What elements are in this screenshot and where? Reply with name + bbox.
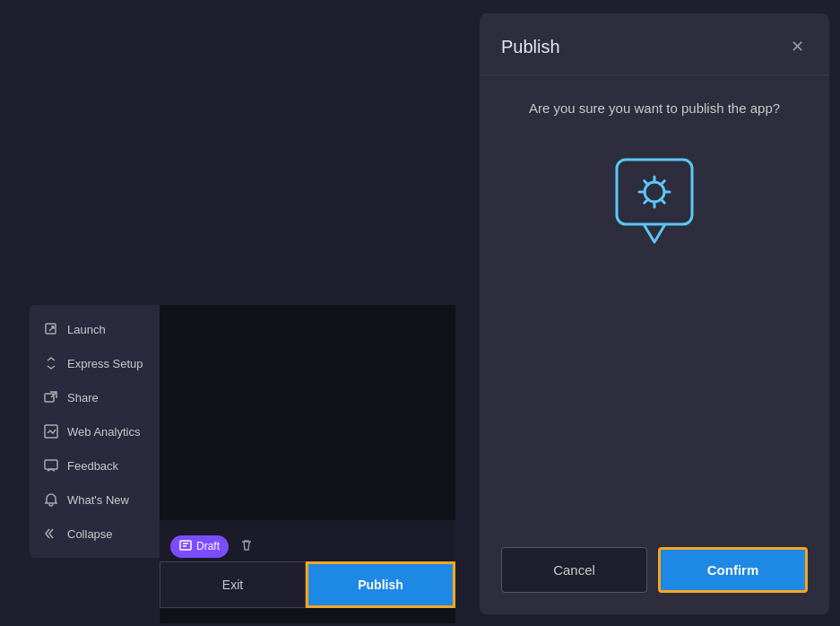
sidebar-item-share-label: Share [67,391,99,404]
svg-line-14 [661,181,664,185]
modal-header: Publish ✕ [480,13,829,75]
svg-line-13 [645,199,648,203]
draft-label: Draft [196,540,220,552]
modal-title: Publish [501,37,560,57]
action-buttons-bar: Exit Publish [160,561,455,608]
svg-rect-3 [45,460,57,469]
sort-icon [44,356,58,370]
analytics-icon [44,424,58,439]
sidebar-item-express-setup-label: Express Setup [67,357,143,370]
share-icon [44,390,58,404]
modal-footer: Cancel Confirm [480,533,829,614]
svg-line-11 [645,181,648,185]
modal-question: Are you sure you want to publish the app… [501,100,808,116]
launch-icon [44,322,58,336]
modal-body: Are you sure you want to publish the app… [480,75,829,533]
modal-close-button[interactable]: ✕ [787,33,808,60]
sidebar-item-express-setup[interactable]: Express Setup [30,346,160,380]
sidebar-item-feedback-label: Feedback [67,459,118,473]
svg-rect-1 [45,394,54,402]
sidebar-item-collapse[interactable]: Collapse [30,517,160,551]
sidebar-item-whats-new-label: What's New [67,493,129,507]
sidebar-item-whats-new[interactable]: What's New [30,483,160,517]
sidebar-item-feedback[interactable]: Feedback [30,448,160,483]
publish-icon-container [601,148,708,256]
svg-rect-5 [617,160,692,224]
sidebar-item-launch[interactable]: Launch [30,312,160,346]
delete-button[interactable] [238,536,255,557]
exit-button[interactable]: Exit [160,561,306,608]
feedback-icon [44,458,58,473]
collapse-icon [44,526,58,541]
draft-icon [179,539,192,554]
chat-gear-icon [610,152,699,251]
confirm-button[interactable]: Confirm [658,547,808,593]
sidebar-item-launch-label: Launch [67,323,106,336]
svg-line-12 [661,199,664,203]
sidebar-item-web-analytics[interactable]: Web Analytics [30,414,160,448]
sidebar: Launch Express Setup Share Web Analytics [30,305,160,558]
cancel-button[interactable]: Cancel [501,547,647,593]
bell-icon [44,492,58,507]
sidebar-item-collapse-label: Collapse [67,527,113,541]
publish-modal: Publish ✕ Are you sure you want to publi… [480,13,829,614]
draft-badge[interactable]: Draft [170,535,229,558]
svg-rect-4 [180,541,191,550]
sidebar-item-share[interactable]: Share [30,380,160,414]
sidebar-item-web-analytics-label: Web Analytics [67,425,140,439]
publish-button[interactable]: Publish [306,561,455,608]
